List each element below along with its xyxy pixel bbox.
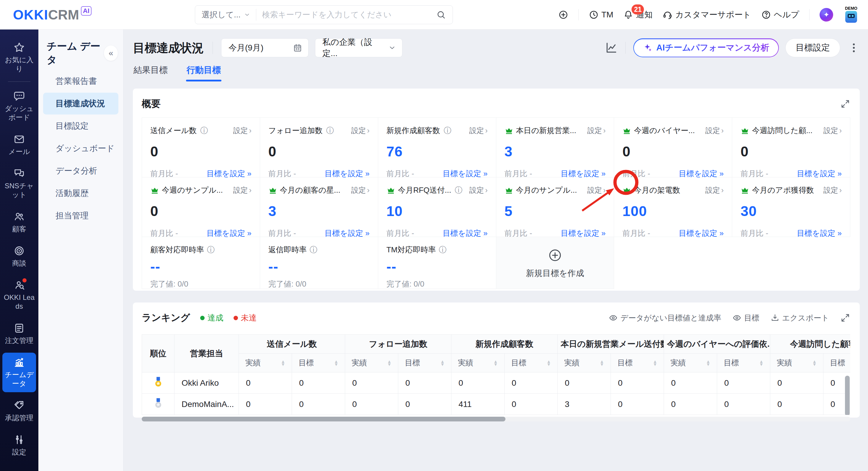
user-avatar[interactable]: DEMO — [843, 6, 859, 23]
info-icon[interactable]: ⓘ — [310, 245, 317, 255]
overview-card: 概要 送信メール数ⓘ設定›0前月比 -目標を設定 »フォロー追加数ⓘ設定›0前月… — [133, 89, 860, 291]
sidebar-item-2[interactable]: 目標設定 — [43, 115, 118, 137]
more-menu-button[interactable] — [848, 42, 860, 54]
kpi-card: 送信メール数ⓘ設定›0前月比 -目標を設定 » — [142, 118, 260, 177]
empty-cell — [732, 237, 850, 289]
notifications-button[interactable]: 通知 21 — [623, 9, 652, 20]
kpi-settings-link[interactable]: 設定› — [230, 126, 252, 135]
rail-item-dash[interactable]: ダッシュボード — [2, 87, 36, 126]
sidebar-collapse-button[interactable]: « — [104, 45, 118, 61]
kpi-settings-link[interactable]: 設定› — [230, 185, 252, 195]
question-icon — [761, 10, 771, 20]
rail-item-star[interactable]: お気に入り — [2, 38, 36, 77]
search-category-select[interactable]: 選択して... — [195, 9, 256, 20]
kpi-settings-link[interactable]: 設定› — [820, 185, 842, 195]
col-sub-目標: 目標▲▼ — [504, 353, 558, 372]
sort-button[interactable]: ▲▼ — [653, 360, 657, 366]
rail-item-mail[interactable]: メール — [2, 130, 36, 160]
value-cell: 3 — [558, 394, 611, 415]
ai-performance-analysis-button[interactable]: AIチームパフォーマンス分析 — [633, 38, 779, 57]
expand-icon[interactable] — [840, 99, 850, 109]
vertical-scrollbar[interactable] — [845, 376, 850, 415]
info-icon[interactable]: ⓘ — [207, 245, 215, 255]
expand-icon[interactable] — [840, 313, 850, 323]
kpi-settings-link[interactable]: 設定› — [466, 126, 488, 135]
tab-1[interactable]: 行動目標 — [187, 64, 221, 82]
horizontal-scrollbar-thumb[interactable] — [142, 417, 505, 421]
col-group: 今週のバイヤーへの評価依... — [664, 335, 770, 353]
value-cell: 0 — [398, 394, 452, 415]
ai-assistant-avatar[interactable]: ✦ — [819, 8, 833, 22]
period-selector[interactable]: 今月(9月) — [221, 38, 309, 57]
sort-button[interactable]: ▲▼ — [281, 360, 285, 366]
sort-button[interactable]: ▲▼ — [706, 360, 710, 366]
col-group: フォロー追加数 — [345, 335, 452, 353]
trend-chart-button[interactable] — [604, 41, 618, 54]
divider — [578, 9, 579, 20]
info-icon[interactable]: ⓘ — [200, 125, 208, 136]
scope-selector[interactable]: 私の企業（設定... — [315, 38, 402, 57]
horizontal-scrollbar-track[interactable] — [142, 417, 850, 421]
empty-cell — [614, 237, 732, 289]
info-icon[interactable]: ⓘ — [455, 185, 462, 195]
search-input[interactable] — [256, 10, 436, 20]
completed-value: 完了値: 0/0 — [268, 279, 370, 289]
rail-item-chat[interactable]: SNSチャット — [2, 164, 36, 203]
value-cell: 0 — [558, 372, 611, 394]
info-icon[interactable]: ⓘ — [444, 125, 452, 136]
kpi-settings-link[interactable]: 設定› — [820, 126, 842, 135]
col-sub-実績: 実績▲▼ — [664, 353, 717, 372]
rail-item-tags[interactable]: 承認管理 — [2, 396, 36, 427]
kpi-settings-link[interactable]: 設定› — [466, 185, 488, 195]
kpi-settings-link[interactable]: 設定› — [584, 185, 606, 195]
export-button[interactable]: エクスポート — [771, 313, 829, 323]
kpi-value: 3 — [504, 144, 606, 160]
sort-button[interactable]: ▲▼ — [493, 360, 498, 366]
sort-button[interactable]: ▲▼ — [440, 360, 445, 366]
rep-name-cell: Okki Ariko — [175, 372, 239, 394]
toggle-goal-button[interactable]: 目標 — [733, 313, 760, 323]
quick-add-button[interactable] — [558, 10, 568, 20]
sort-button[interactable]: ▲▼ — [600, 360, 604, 366]
sidebar-item-3[interactable]: ダッシュボード — [43, 137, 118, 159]
rail-item-order[interactable]: 注文管理 — [2, 318, 36, 349]
rail-item-leads[interactable]: OKKI Leads — [2, 275, 36, 315]
help-button[interactable]: ヘルプ — [761, 9, 799, 20]
chat-icon — [13, 168, 25, 179]
rail-item-slider[interactable]: 設定 — [2, 430, 36, 461]
customer-support-button[interactable]: カスタマーサポート — [662, 9, 751, 20]
toggle-no-data-button[interactable]: データがない目標値と達成率 — [609, 313, 721, 323]
kpi-settings-link[interactable]: 設定› — [348, 185, 369, 195]
info-icon[interactable]: ⓘ — [326, 125, 334, 136]
kpi-settings-link[interactable]: 設定› — [348, 126, 369, 135]
sort-button[interactable]: ▲▼ — [547, 360, 551, 366]
create-goal-button[interactable]: 新規目標を作成 — [496, 237, 614, 289]
kpi-settings-link[interactable]: 設定› — [702, 126, 724, 135]
rail-item-target[interactable]: 商談 — [2, 241, 36, 272]
kpi-title: 送信メール数 — [150, 125, 197, 136]
value-cell: 0 — [239, 394, 292, 415]
sort-button[interactable]: ▲▼ — [812, 360, 817, 366]
sidebar-item-4[interactable]: データ分析 — [43, 160, 118, 182]
tab-0[interactable]: 結果目標 — [133, 64, 168, 82]
sidebar-item-1[interactable]: 目標達成状況 — [43, 93, 118, 115]
tm-button[interactable]: TM — [589, 10, 613, 20]
rail-item-label: 注文管理 — [5, 336, 33, 345]
table-row: Okki Ariko000000000000 — [142, 372, 850, 394]
goal-settings-button[interactable]: 目標設定 — [785, 38, 840, 57]
sort-button[interactable]: ▲▼ — [759, 360, 764, 366]
sort-button[interactable]: ▲▼ — [387, 360, 392, 366]
rail-item-team[interactable]: チームデータ — [2, 353, 36, 392]
rail-item-users[interactable]: 顧客 — [2, 207, 36, 238]
rep-name-cell: DemoMainA... — [175, 394, 239, 415]
sort-button[interactable]: ▲▼ — [334, 360, 338, 366]
info-icon[interactable]: ⓘ — [439, 245, 446, 255]
search-icon[interactable] — [436, 10, 446, 20]
sidebar-item-0[interactable]: 営業報告書 — [43, 70, 118, 92]
kpi-settings-link[interactable]: 設定› — [702, 185, 724, 195]
sidebar-item-5[interactable]: 活動履歴 — [43, 182, 118, 204]
col-sub-実績: 実績▲▼ — [770, 353, 824, 372]
sidebar-item-6[interactable]: 担当管理 — [43, 205, 118, 227]
kpi-settings-link[interactable]: 設定› — [584, 126, 606, 135]
notification-count-badge: 21 — [631, 4, 644, 14]
